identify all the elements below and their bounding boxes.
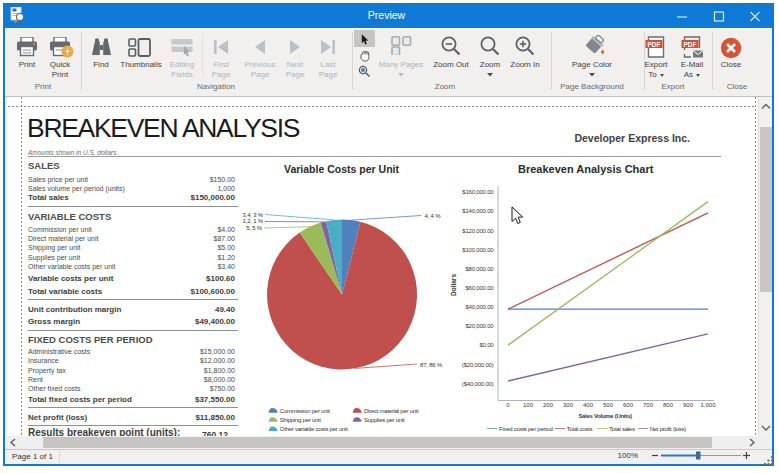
svg-text:3,4, 3 %: 3,4, 3 %: [243, 212, 264, 218]
svg-text:200: 200: [543, 402, 554, 408]
svg-text:$80,000.00: $80,000.00: [465, 266, 494, 272]
svg-text:Direct material per unit: Direct material per unit: [364, 408, 419, 414]
svg-text:800: 800: [663, 402, 674, 408]
svg-text:Net profit (loss): Net profit (loss): [650, 426, 687, 432]
svg-text:100: 100: [523, 402, 534, 408]
svg-text:Total sales: Total sales: [609, 426, 635, 432]
svg-text:5, 5 %: 5, 5 %: [246, 225, 263, 231]
svg-text:Shipping per unit: Shipping per unit: [280, 417, 321, 423]
svg-text:Commission per unit: Commission per unit: [280, 408, 331, 414]
svg-text:($40,000.00): ($40,000.00): [462, 381, 494, 387]
svg-text:1,2, 1 %: 1,2, 1 %: [243, 218, 264, 224]
svg-text:$40,000.00: $40,000.00: [465, 304, 494, 310]
svg-text:0: 0: [506, 402, 510, 408]
svg-text:500: 500: [603, 402, 614, 408]
svg-text:400: 400: [583, 402, 594, 408]
svg-text:300: 300: [563, 402, 574, 408]
svg-text:Supplies per unit: Supplies per unit: [364, 417, 405, 423]
svg-text:87, 86 %: 87, 86 %: [420, 362, 443, 368]
svg-text:$120,000.00: $120,000.00: [462, 228, 494, 234]
svg-text:$0.00: $0.00: [479, 342, 494, 348]
svg-text:900: 900: [683, 402, 694, 408]
svg-text:1,000: 1,000: [700, 402, 716, 408]
svg-text:$60,000.00: $60,000.00: [465, 285, 494, 291]
svg-text:Breakeven Analysis Chart: Breakeven Analysis Chart: [518, 163, 654, 175]
svg-text:Total costs: Total costs: [567, 426, 593, 432]
svg-text:700: 700: [643, 402, 654, 408]
svg-text:($20,000.00): ($20,000.00): [462, 362, 494, 368]
svg-text:$140,000.00: $140,000.00: [462, 208, 494, 214]
svg-text:Dollars: Dollars: [450, 274, 457, 296]
svg-text:$20,000.00: $20,000.00: [465, 323, 494, 329]
svg-text:$100,000.00: $100,000.00: [462, 247, 494, 253]
svg-text:4, 4 %: 4, 4 %: [425, 213, 442, 219]
svg-text:Fixed costs per period: Fixed costs per period: [499, 426, 553, 432]
svg-text:PDF: PDF: [684, 41, 697, 48]
svg-text:Variable Costs per Unit: Variable Costs per Unit: [284, 163, 399, 175]
svg-text:PDF: PDF: [648, 41, 661, 48]
svg-text:Sales Volume (Units): Sales Volume (Units): [578, 413, 632, 419]
svg-text:Other variable costs per unit: Other variable costs per unit: [280, 426, 348, 432]
svg-text:$160,000.00: $160,000.00: [462, 189, 494, 195]
svg-text:600: 600: [623, 402, 634, 408]
